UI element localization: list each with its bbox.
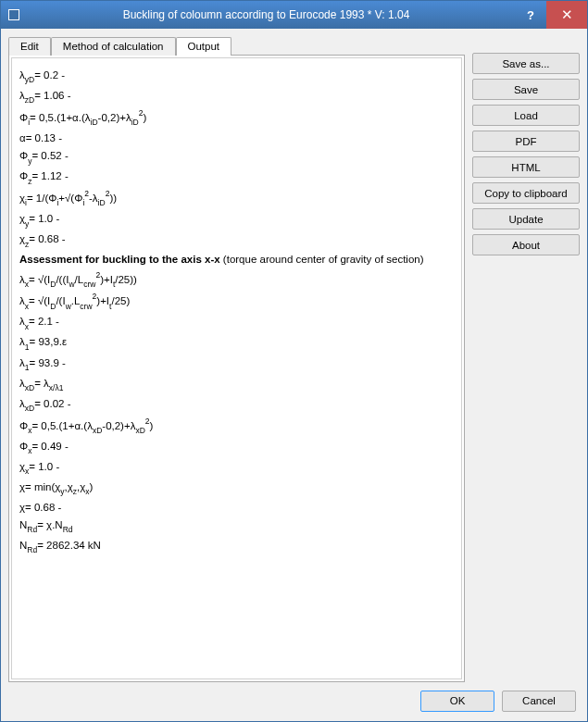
side-button-group: Save as... Save Load PDF HTML Copy to cl… [472,36,580,682]
cancel-button[interactable]: Cancel [502,691,576,712]
saveas-button[interactable]: Save as... [472,53,580,74]
window-title: Buckling of coloumn according to Eurocod… [27,8,515,21]
pdf-button[interactable]: PDF [472,131,580,152]
ok-button[interactable]: OK [420,691,494,712]
load-button[interactable]: Load [472,105,580,126]
client-area: Edit Method of calculation Output λyD= 0… [1,29,587,721]
update-button[interactable]: Update [472,208,580,230]
tab-output[interactable]: Output [176,37,232,56]
help-button[interactable]: ? [515,1,546,29]
tabs-area: Edit Method of calculation Output λyD= 0… [8,36,465,682]
titlebar: Buckling of coloumn according to Eurocod… [1,1,587,29]
tab-edit[interactable]: Edit [8,37,51,56]
html-button[interactable]: HTML [472,156,580,178]
copy-button[interactable]: Copy to clipboard [472,182,580,204]
tabstrip: Edit Method of calculation Output [8,37,465,56]
footer: OK Cancel [8,682,580,714]
body-row: Edit Method of calculation Output λyD= 0… [8,36,580,682]
app-icon [8,9,19,20]
close-button[interactable]: ✕ [546,1,587,29]
save-button[interactable]: Save [472,79,580,100]
about-button[interactable]: About [472,234,580,255]
app-window: Buckling of coloumn according to Eurocod… [0,0,588,722]
window-controls: ? ✕ [515,1,587,29]
tab-panel: λyD= 0.2 -λzD= 1.06 -Φi= 0,5.(1+α.(λiD-0… [8,55,465,682]
output-textarea[interactable]: λyD= 0.2 -λzD= 1.06 -Φi= 0,5.(1+α.(λiD-0… [11,57,462,679]
tab-method[interactable]: Method of calculation [51,37,176,56]
